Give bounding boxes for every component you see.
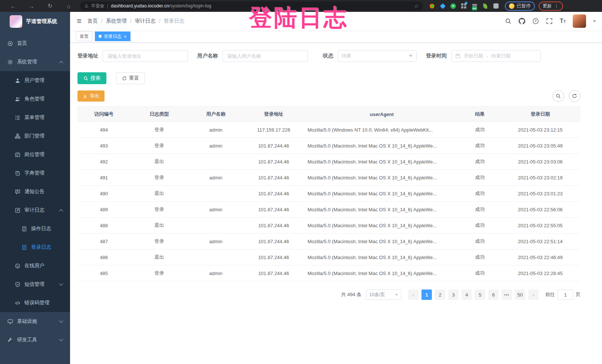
sidebar-item-dict-management[interactable]: 字典管理 [0,164,70,182]
tag-login-log[interactable]: 登录日志 × [95,32,130,41]
paused-label: 已暂停 [517,3,531,9]
refresh-table-button[interactable] [569,90,580,102]
username-input[interactable] [222,50,308,62]
page-button-50[interactable]: 50 [515,289,525,300]
sidebar-item-label: 基础设施 [17,318,37,325]
export-button[interactable]: 导出 [77,90,105,102]
extension-plant-icon[interactable] [482,3,488,9]
page-button-2[interactable]: 2 [435,289,445,300]
url-text[interactable]: dashboard.yudao.iocoder.cn/system/log/lo… [111,3,211,9]
table-cell: admin [188,265,244,281]
goto-page-input[interactable] [558,289,573,300]
sidebar-item-operation-log[interactable]: 操作日志 [0,219,70,238]
start-date-placeholder: 开始日期 [464,53,483,59]
active-dot-icon [99,35,102,38]
update-pill[interactable]: 更新 ⋮ [539,1,563,11]
toggle-search-button[interactable] [552,90,564,102]
page-button-1[interactable]: 1 [421,289,432,300]
table-cell: 退出 [130,154,188,170]
sidebar-item-label: 字典管理 [24,170,44,176]
avatar-caret-icon[interactable] [593,20,596,22]
table-cell: 成功 [460,234,500,249]
extension-puzzle-icon[interactable] [493,3,499,9]
more-pages-button[interactable]: ••• [502,289,512,300]
page-button-5[interactable]: 5 [475,289,485,300]
prev-page-button[interactable]: ‹ [408,289,419,300]
security-warning-label[interactable]: 不安全 [91,3,105,9]
logo[interactable]: 芋道管理系统 [0,12,70,31]
shield-check-icon [15,282,20,287]
breadcrumb: 首页 / 系统管理 / 审计日志 / 登录日志 [87,18,185,24]
sidebar-item-role-management[interactable]: 角色管理 [0,90,70,108]
bookmark-star-icon[interactable]: ☆ [414,3,419,9]
table-cell: 成功 [460,186,500,202]
date-range-picker[interactable]: 开始日期 - 结束日期 [451,50,541,62]
login-time-label: 登录时间 [426,53,447,59]
page-button-6[interactable]: 6 [488,289,499,300]
submenu-system: 用户管理 角色管理 菜单管理 部门管理 [0,71,70,312]
extension-grid-icon[interactable] [461,3,467,9]
screen: ← → ↻ ⌂ ⚠ 不安全 | dashboard.yudao.iocoder.… [0,0,602,364]
browser-home-icon[interactable]: ⌂ [59,3,78,9]
extension-heart-icon[interactable]: ♥ [450,3,456,9]
page-button-4[interactable]: 4 [462,289,472,300]
sidebar-item-notice[interactable]: 通知公告 [0,182,70,201]
help-icon[interactable]: ? [532,18,539,24]
page-button-3[interactable]: 3 [448,289,459,300]
avatar[interactable] [573,14,586,28]
sidebar-item-menu-management[interactable]: 菜单管理 [0,108,70,127]
sidebar-item-audit-log[interactable]: 审计日志 [0,201,70,219]
extension-orange-icon[interactable] [429,3,435,9]
sidebar-item-system-management[interactable]: 系统管理 [0,53,70,71]
reset-button[interactable]: 重置 [116,72,145,84]
column-header: 访问编号 [77,107,130,122]
tag-home[interactable]: 首页 [76,32,92,41]
search-icon[interactable] [505,18,512,24]
table-cell: 487 [77,234,130,249]
status-placeholder: 结果 [342,53,351,59]
guide-icon [7,41,13,46]
breadcrumb-item-login-log: 登录日志 [164,18,185,24]
page-size-select[interactable]: 10条/页 [366,289,401,300]
status-select[interactable]: 结果 [338,50,417,62]
sidebar-item-post-management[interactable]: 岗位管理 [0,145,70,164]
table-cell: 492 [77,154,130,170]
browser-back-icon[interactable]: ← [4,3,22,9]
table-cell: 117.159.17.226 [244,122,304,138]
breadcrumb-item-audit-log[interactable]: 审计日志 [135,18,156,24]
app-shell: 芋道管理系统 首页 系统管理 用户管理 [0,12,602,364]
close-icon[interactable]: × [124,34,127,39]
sidebar-item-dev-tools[interactable]: 研发工具 [0,331,70,349]
breadcrumb-item-home[interactable]: 首页 [87,18,98,24]
sidebar-item-login-log[interactable]: 登录日志 [0,238,70,257]
browser-reload-icon[interactable]: ↻ [41,3,59,9]
search-button[interactable]: 搜索 [77,72,106,84]
extension-list-icon[interactable]: on [472,3,477,9]
goto-page: 前往 页 [545,289,580,300]
chevron-up-icon [59,61,63,65]
table-cell: 101.87.244.46 [244,218,304,234]
sidebar-item-dept-management[interactable]: 部门管理 [0,127,70,145]
breadcrumb-item-system[interactable]: 系统管理 [106,18,127,24]
document-icon [22,245,27,250]
column-header: userAgent [304,107,460,122]
sidebar-item-sms-management[interactable]: 短信管理 [0,275,70,294]
browser-forward-icon[interactable]: → [22,3,41,9]
address-separator: | [107,3,108,9]
profile-paused-pill[interactable]: 已暂停 [505,1,535,11]
sidebar-item-user-management[interactable]: 用户管理 [0,71,70,90]
next-page-button[interactable]: › [528,289,539,300]
extension-diamond-icon[interactable] [440,3,446,9]
hamburger-icon[interactable]: ≡ [77,17,82,25]
font-size-icon[interactable]: TT [560,18,566,24]
date-separator: - [486,53,488,59]
sidebar-item-infrastructure[interactable]: 基础设施 [0,312,70,331]
table-cell: Mozilla/5.0 (Macintosh; Intel Mac OS X 1… [304,186,460,202]
login-address-input[interactable] [103,50,188,62]
sidebar-item-home[interactable]: 首页 [0,34,70,53]
kebab-menu-icon[interactable]: ⋮ [554,3,559,9]
sidebar-item-error-code[interactable]: 错误码管理 [0,294,70,312]
sidebar-item-online-users[interactable]: 在线用户 [0,257,70,275]
github-icon[interactable] [519,18,525,24]
fullscreen-icon[interactable] [546,18,553,24]
